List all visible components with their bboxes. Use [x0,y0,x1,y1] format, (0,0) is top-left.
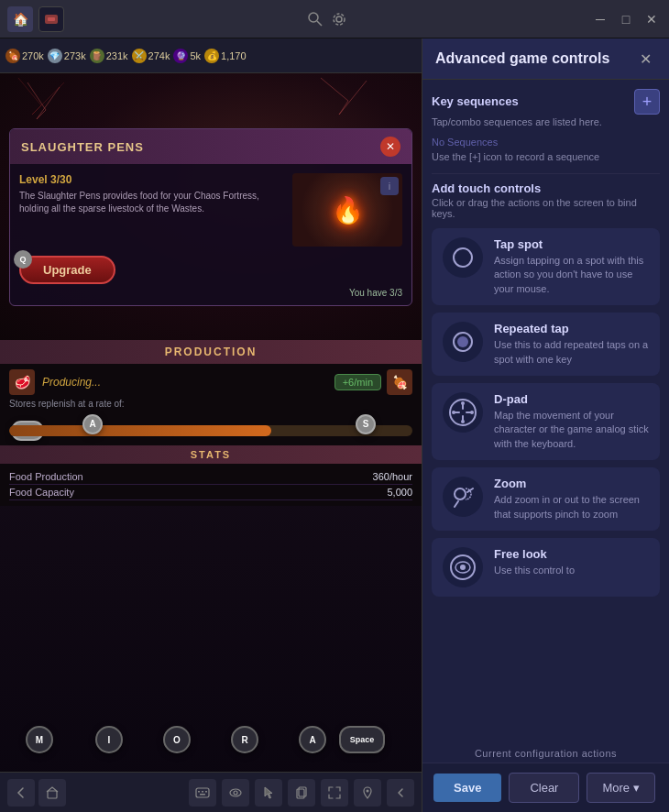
zoom-info: Zoom Add zoom in or out to the screen th… [494,477,649,521]
game-area: 🍖 270k 💎 273k 🪵 231k ⚔️ 274k 🔮 5k 💰 1 [0,38,422,812]
resource-gold: 💰 1,170 [204,49,247,63]
toolbar-nav [7,779,66,807]
resource-food: 🍖 270k [5,49,44,63]
eye-btn[interactable] [222,779,249,807]
svg-point-27 [460,565,466,570]
stats-bar: STATS [0,445,422,464]
panel-scroll[interactable]: Key sequences + Tap/combo sequences are … [422,80,669,744]
key-sequences-title: Key sequences [432,94,519,108]
divider-1 [432,173,660,174]
main-layout: 🍖 270k 💎 273k 🪵 231k ⚔️ 274k 🔮 5k 💰 1 [0,38,669,812]
copy-btn[interactable] [288,779,315,807]
dpad-desc: Map the movement of your character or th… [494,409,649,451]
svg-point-16 [367,789,369,792]
upgrade-button[interactable]: Q Upgrade [19,256,115,284]
cursor-btn[interactable] [255,779,282,807]
progress-track [9,425,412,436]
upgrade-section: Q Upgrade You have 3/3 [10,256,411,305]
m-key-node: M [26,726,53,753]
stat-capacity-value: 5,000 [387,487,412,498]
minimize-btn[interactable]: ─ [590,9,610,29]
no-sequences-label: No Sequences [432,137,660,148]
stat-capacity-label: Food Capacity [9,487,74,498]
popup-image: 🔥 i [292,173,402,247]
panel-header: Advanced game controls ✕ [422,38,669,80]
producing-section: 🥩 Producing... +6/min 🍖 Stores replenish… [0,364,422,445]
production-label: PRODUCTION [165,346,258,358]
info-button[interactable]: i [380,177,399,195]
add-touch-section: Add touch controls Click or drag the act… [432,181,660,219]
add-sequence-btn[interactable]: + [634,89,660,115]
back-btn[interactable] [7,779,35,807]
a-key-node: A [82,414,103,434]
home-btn[interactable] [38,779,66,807]
panel-close-btn[interactable]: ✕ [634,48,656,70]
svg-point-12 [230,789,241,796]
zoom-desc: Add zoom in or out to the screen that su… [494,493,649,521]
home-icon[interactable]: 🏠 [7,6,33,32]
resource-wood: 🪵 231k [90,49,128,63]
svg-rect-9 [202,791,203,793]
svg-rect-6 [48,791,57,798]
side-panel: Advanced game controls ✕ Key sequences +… [422,38,669,812]
panel-title: Advanced game controls [435,50,609,67]
svg-point-4 [336,16,342,22]
clear-button[interactable]: Clear [509,773,579,803]
key-sequences-desc: Tap/combo sequences are listed here. [432,116,660,127]
current-config-label: Current configuration actions [422,744,669,763]
save-button[interactable]: Save [433,774,501,802]
title-bar: 🏠 ─ □ ✕ [0,0,669,38]
meat-icon: 🍖 [387,369,412,395]
s-key-node: S [356,414,376,434]
producing-label: Producing... [42,376,334,389]
food-icon: 🍖 [5,49,20,63]
svg-rect-7 [196,788,209,797]
stat-food-capacity: Food Capacity 5,000 [9,485,412,500]
svg-rect-1 [48,17,55,21]
upgrade-key-badge: Q [14,250,32,269]
tap-spot-card[interactable]: Tap spot Assign tapping on a spot with t… [432,228,660,305]
close-btn[interactable]: ✕ [642,9,662,29]
svg-point-13 [234,791,237,795]
popup-close-btn[interactable]: ✕ [380,137,400,157]
tap-spot-desc: Assign tapping on a spot with this actio… [494,254,649,296]
seq-instruction: Use the [+] icon to record a sequence [432,151,660,162]
flame-icon: 🔥 [332,195,364,225]
gear-icon [330,10,348,28]
production-bar: PRODUCTION [0,340,422,364]
resource-gems: 💎 273k [48,49,86,63]
fullscreen-btn[interactable] [321,779,348,807]
resource-iron: ⚔️ 274k [132,49,170,63]
more-button[interactable]: More ▾ [587,773,655,803]
key-sequences-section: Key sequences + Tap/combo sequences are … [432,89,660,162]
free-look-card[interactable]: Free look Use this control to [432,538,660,597]
keyboard-btn[interactable] [189,779,216,807]
i-key-node: I [95,726,123,753]
window-controls: ─ □ ✕ [590,9,662,29]
repeated-tap-desc: Use this to add repeated taps on a spot … [494,338,649,367]
zoom-card[interactable]: Zoom Add zoom in or out to the screen th… [432,467,660,531]
tap-spot-name: Tap spot [494,237,649,251]
you-have-label: You have 3/3 [19,288,402,298]
game-icon[interactable] [38,6,64,32]
free-look-info: Free look Use this control to [494,547,575,577]
action-bar: Save Clear More ▾ [422,763,669,812]
zoom-name: Zoom [494,477,649,490]
repeated-tap-card[interactable]: Repeated tap Use this to add repeated ta… [432,313,660,376]
svg-point-24 [470,411,474,414]
location-btn[interactable] [354,779,381,807]
svg-point-23 [452,411,455,414]
iron-icon: ⚔️ [132,49,147,63]
key-overlay-area: M I O R A Space [0,506,422,773]
maximize-btn[interactable]: □ [616,9,636,29]
stat-food-label: Food Production [9,471,83,482]
gold-icon: 💰 [204,49,219,63]
dpad-card[interactable]: D-pad Map the movement of your character… [432,383,660,460]
rate-badge: +6/min [334,374,381,390]
more-btn[interactable] [387,779,414,807]
more-label: More [602,781,630,795]
bottom-toolbar [0,772,422,812]
repeated-tap-info: Repeated tap Use this to add repeated ta… [494,322,649,367]
game-content: SLAUGHTER PENS ✕ Level 3/30 The Slaughte… [0,73,422,340]
r-key-node: R [231,726,258,753]
